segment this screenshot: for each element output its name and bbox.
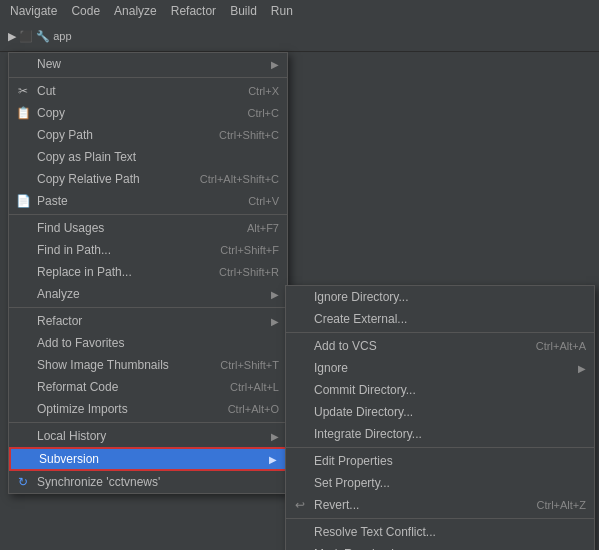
ctx-analyze[interactable]: Analyze ▶ (9, 283, 287, 305)
copy-icon: 📋 (15, 105, 31, 121)
ctx-add-favorites[interactable]: Add to Favorites (9, 332, 287, 354)
ctx-ignore-dir[interactable]: Ignore Directory... (286, 286, 594, 308)
ctx-reformat[interactable]: Reformat Code Ctrl+Alt+L (9, 376, 287, 398)
ctx-paste[interactable]: 📄 Paste Ctrl+V (9, 190, 287, 212)
right-context-menu: Ignore Directory... Create External... A… (285, 285, 595, 550)
menu-refactor[interactable]: Refactor (165, 2, 222, 20)
ctx-copy-relative[interactable]: Copy Relative Path Ctrl+Alt+Shift+C (9, 168, 287, 190)
divider (286, 447, 594, 448)
toolbar: ▶ ⬛ 🔧 app (0, 22, 599, 52)
menu-run[interactable]: Run (265, 2, 299, 20)
ctx-find-usages[interactable]: Find Usages Alt+F7 (9, 217, 287, 239)
divider (286, 332, 594, 333)
ctx-revert[interactable]: ↩ Revert... Ctrl+Alt+Z (286, 494, 594, 516)
ctx-update-dir[interactable]: Update Directory... (286, 401, 594, 423)
menu-analyze[interactable]: Analyze (108, 2, 163, 20)
divider (9, 422, 287, 423)
ctx-subversion[interactable]: Subversion ▶ (9, 447, 287, 471)
ctx-add-vcs[interactable]: Add to VCS Ctrl+Alt+A (286, 335, 594, 357)
ctx-local-history[interactable]: Local History ▶ (9, 425, 287, 447)
ctx-show-thumbnails[interactable]: Show Image Thumbnails Ctrl+Shift+T (9, 354, 287, 376)
paste-icon: 📄 (15, 193, 31, 209)
divider (9, 214, 287, 215)
ctx-ignore[interactable]: Ignore ▶ (286, 357, 594, 379)
ctx-copy-plain[interactable]: Copy as Plain Text (9, 146, 287, 168)
ctx-replace-path[interactable]: Replace in Path... Ctrl+Shift+R (9, 261, 287, 283)
ctx-copy-path[interactable]: Copy Path Ctrl+Shift+C (9, 124, 287, 146)
ctx-resolve-conflict[interactable]: Resolve Text Conflict... (286, 521, 594, 543)
ctx-synchronize[interactable]: ↻ Synchronize 'cctvnews' (9, 471, 287, 493)
ctx-cut[interactable]: ✂ Cut Ctrl+X (9, 80, 287, 102)
ctx-find-path[interactable]: Find in Path... Ctrl+Shift+F (9, 239, 287, 261)
menu-code[interactable]: Code (65, 2, 106, 20)
ctx-optimize-imports[interactable]: Optimize Imports Ctrl+Alt+O (9, 398, 287, 420)
menu-navigate[interactable]: Navigate (4, 2, 63, 20)
left-context-menu: New ▶ ✂ Cut Ctrl+X 📋 Copy Ctrl+C Copy Pa… (8, 52, 288, 494)
menu-build[interactable]: Build (224, 2, 263, 20)
ctx-edit-props[interactable]: Edit Properties (286, 450, 594, 472)
ctx-commit-dir[interactable]: Commit Directory... (286, 379, 594, 401)
ctx-refactor[interactable]: Refactor ▶ (9, 310, 287, 332)
ctx-create-external[interactable]: Create External... (286, 308, 594, 330)
ctx-integrate-dir[interactable]: Integrate Directory... (286, 423, 594, 445)
divider (286, 518, 594, 519)
toolbar-label: ▶ ⬛ 🔧 app (8, 30, 72, 43)
ctx-copy[interactable]: 📋 Copy Ctrl+C (9, 102, 287, 124)
ctx-set-property[interactable]: Set Property... (286, 472, 594, 494)
revert-icon: ↩ (292, 497, 308, 513)
ctx-new[interactable]: New ▶ (9, 53, 287, 75)
cut-icon: ✂ (15, 83, 31, 99)
ctx-mark-resolved[interactable]: Mark Resolved... (286, 543, 594, 550)
menu-bar: Navigate Code Analyze Refactor Build Run (0, 0, 599, 22)
divider (9, 77, 287, 78)
sync-icon: ↻ (15, 474, 31, 490)
divider (9, 307, 287, 308)
